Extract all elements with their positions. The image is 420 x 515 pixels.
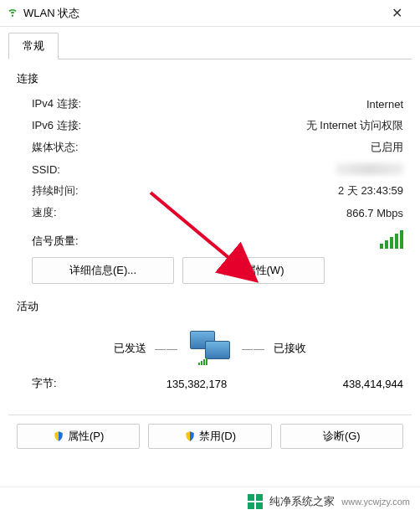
sent-label: 已发送 xyxy=(114,341,146,356)
duration-label: 持续时间: xyxy=(32,183,79,198)
panel-general: 连接 IPv4 连接: Internet IPv6 连接: 无 Internet… xyxy=(0,59,420,399)
row-ssid: SSID: xyxy=(32,158,403,180)
shield-icon xyxy=(184,430,196,442)
shield-icon xyxy=(53,430,64,442)
row-signal: 信号质量: xyxy=(17,224,403,249)
diagnose-button-label: 诊断(G) xyxy=(323,429,361,444)
ipv6-label: IPv6 连接: xyxy=(32,118,81,133)
speed-label: 速度: xyxy=(32,205,57,220)
duration-value: 2 天 23:43:59 xyxy=(338,183,403,198)
bottom-buttons: 属性(P) 禁用(D) 诊断(G) xyxy=(0,424,420,449)
dash-left: —— xyxy=(155,342,178,355)
ipv6-value: 无 Internet 访问权限 xyxy=(306,118,403,133)
properties-button-label: 属性(P) xyxy=(68,429,104,444)
tab-strip: 常规 xyxy=(0,27,420,59)
connection-rows: IPv4 连接: Internet IPv6 连接: 无 Internet 访问… xyxy=(17,93,403,224)
media-value: 已启用 xyxy=(371,140,403,155)
watermark-url: www.ycwjzy.com xyxy=(341,497,410,507)
watermark-brand: 纯净系统之家 xyxy=(269,494,335,509)
section-connection-title: 连接 xyxy=(17,71,403,86)
section-activity: 活动 已发送 —— —— 已接收 字节: 135,382,178 438,414… xyxy=(17,299,403,391)
row-speed: 速度: 866.7 Mbps xyxy=(32,202,403,224)
ssid-label: SSID: xyxy=(32,163,60,176)
window-title: WLAN 状态 xyxy=(23,6,380,21)
recv-label: 已接收 xyxy=(274,341,306,356)
signal-label: 信号质量: xyxy=(32,234,79,249)
ipv4-value: Internet xyxy=(366,98,403,111)
watermark: 纯净系统之家 www.ycwjzy.com xyxy=(0,487,420,515)
row-ipv4: IPv4 连接: Internet xyxy=(32,93,403,115)
media-label: 媒体状态: xyxy=(32,140,79,155)
wireless-properties-button[interactable]: 无线属性(W) xyxy=(182,257,325,284)
connection-buttons: 详细信息(E)... 无线属性(W) xyxy=(17,249,403,284)
row-ipv6: IPv6 连接: 无 Internet 访问权限 xyxy=(32,115,403,136)
tab-general[interactable]: 常规 xyxy=(8,33,59,59)
disable-button[interactable]: 禁用(D) xyxy=(148,424,271,449)
disable-button-label: 禁用(D) xyxy=(199,429,236,444)
bytes-label: 字节: xyxy=(32,376,107,391)
separator xyxy=(8,415,412,415)
dash-right: —— xyxy=(242,342,265,355)
section-activity-title: 活动 xyxy=(17,299,403,314)
speed-value: 866.7 Mbps xyxy=(346,207,403,219)
properties-button[interactable]: 属性(P) xyxy=(17,424,140,449)
row-media: 媒体状态: 已启用 xyxy=(32,136,403,158)
ipv4-label: IPv4 连接: xyxy=(32,96,81,111)
row-duration: 持续时间: 2 天 23:43:59 xyxy=(32,180,403,202)
activity-graphic: 已发送 —— —— 已接收 xyxy=(17,321,403,373)
details-button[interactable]: 详细信息(E)... xyxy=(32,257,174,284)
signal-bars-icon xyxy=(380,230,403,249)
network-computers-icon xyxy=(187,329,233,368)
bytes-recv-value: 438,414,944 xyxy=(286,378,403,390)
close-button[interactable]: ✕ xyxy=(380,5,413,21)
wifi-icon xyxy=(7,6,18,20)
activity-values: 字节: 135,382,178 438,414,944 xyxy=(17,376,403,391)
watermark-logo-icon xyxy=(248,494,263,509)
ssid-value-blurred xyxy=(336,163,403,175)
titlebar: WLAN 状态 ✕ xyxy=(0,0,420,27)
diagnose-button[interactable]: 诊断(G) xyxy=(280,424,403,449)
bytes-sent-value: 135,382,178 xyxy=(107,378,286,390)
